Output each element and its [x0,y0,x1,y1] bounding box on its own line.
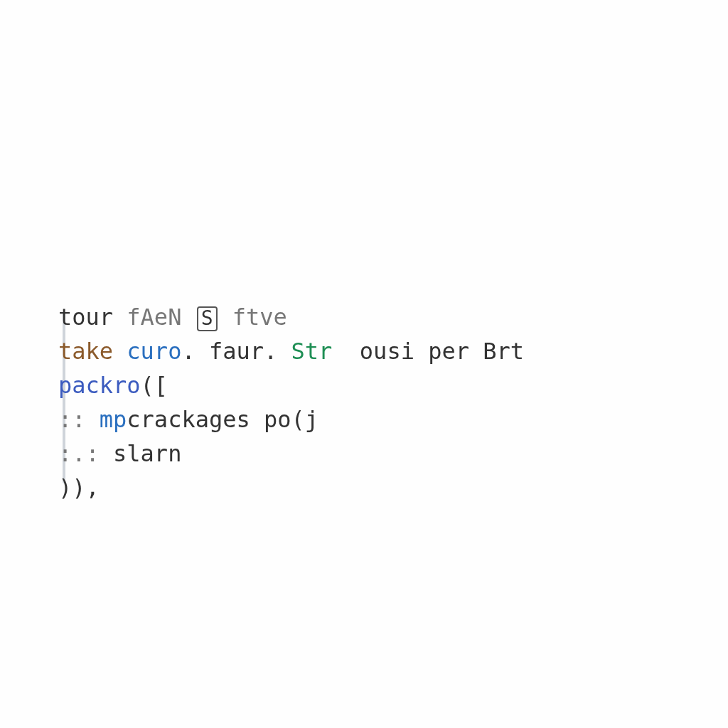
token-ftve: ftve [219,304,287,331]
code-line-4: :: mpcrackages po(j [58,406,318,433]
token-packro: packro [58,372,141,399]
token-faur: . faur. [181,338,291,365]
token-punct-colon-dot-colon: :.: [58,440,113,467]
token-fAeN: fAeN [127,304,195,331]
code-line-2: take curo. faur. Str ousi per Brt [58,338,524,365]
token-punct-colon-colon: :: [58,406,100,433]
code-line-3: packro([ [58,372,168,399]
token-tour: tour [58,304,127,331]
token-Str: Str [291,338,333,365]
token-open-paren-bracket: ([ [141,372,168,399]
token-close-parens: )), [58,474,100,501]
token-take: take [58,338,127,365]
token-slarn: slarn [113,440,181,467]
code-line-1: tour fAeN S ftve [58,304,287,331]
token-crackages: crackages po(j [127,406,318,433]
code-line-6: )), [58,474,100,501]
code-block[interactable]: tour fAeN S ftve take curo. faur. Str ou… [58,300,685,505]
token-ousi-per-Brt: ousi per Brt [332,338,524,365]
code-line-5: :.: slarn [58,440,181,467]
token-curo: curo [127,338,181,365]
token-mp: mp [100,406,127,433]
badge-S-icon: S [197,306,218,331]
